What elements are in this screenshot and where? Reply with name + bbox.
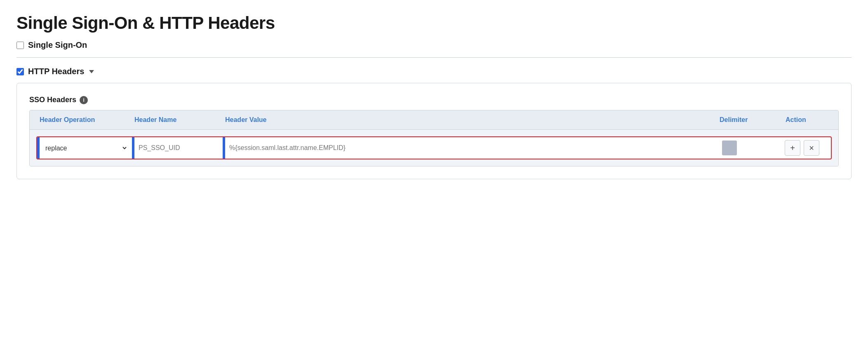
sso-headers-title: SSO Headers i <box>29 96 839 104</box>
chevron-down-icon[interactable] <box>89 70 94 73</box>
header-value-input[interactable] <box>229 144 711 152</box>
header-name-cell-inner <box>134 137 223 159</box>
page-title: Single Sign-On & HTTP Headers <box>16 13 852 33</box>
col-header-value: Header Value <box>222 115 716 125</box>
sso-checkbox[interactable] <box>16 42 24 49</box>
http-headers-checkbox[interactable] <box>16 68 24 75</box>
table-row: replace insert delete <box>36 136 832 159</box>
delimiter-cell <box>715 137 781 159</box>
action-cell: + × <box>781 137 831 159</box>
remove-row-button[interactable]: × <box>804 140 819 156</box>
sso-label: Single Sign-On <box>28 40 87 50</box>
add-row-button[interactable]: + <box>785 140 800 156</box>
delimiter-button[interactable] <box>722 141 737 155</box>
http-headers-header: HTTP Headers <box>16 67 852 76</box>
col-header-operation: Header Operation <box>36 115 131 125</box>
http-headers-label: HTTP Headers <box>28 67 84 76</box>
sso-headers-title-text: SSO Headers <box>29 96 76 104</box>
sso-section: Single Sign-On <box>16 40 852 50</box>
table-header: Header Operation Header Name Header Valu… <box>30 110 838 130</box>
table-body: replace insert delete <box>30 130 838 166</box>
header-name-input[interactable] <box>139 144 219 152</box>
header-value-cell <box>223 137 715 159</box>
http-headers-panel: SSO Headers i Header Operation Header Na… <box>16 83 852 179</box>
operation-select[interactable]: replace insert delete <box>44 144 128 152</box>
info-icon[interactable]: i <box>80 96 88 104</box>
operation-cell: replace insert delete <box>37 137 132 159</box>
sso-headers-table: Header Operation Header Name Header Valu… <box>29 110 839 166</box>
section-divider <box>16 57 852 58</box>
http-headers-section: HTTP Headers SSO Headers i Header Operat… <box>16 67 852 179</box>
header-value-cell-inner <box>225 137 715 159</box>
col-header-delimiter: Delimiter <box>716 115 782 125</box>
col-header-action: Action <box>782 115 832 125</box>
col-header-name: Header Name <box>131 115 222 125</box>
header-name-cell <box>132 137 223 159</box>
operation-cell-inner: replace insert delete <box>40 137 132 159</box>
